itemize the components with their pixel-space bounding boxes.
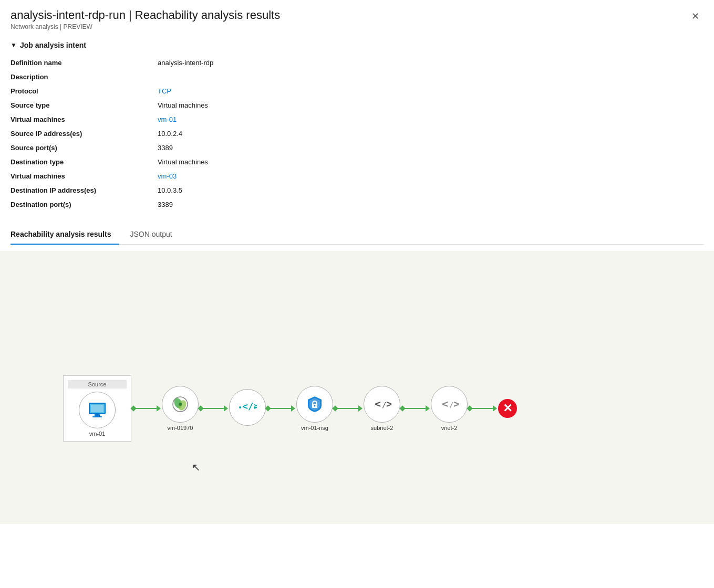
label-definition-name: Definition name [11,56,158,70]
value-dest-type: Virtual machines [158,155,703,169]
vnet-icon: < / > [440,395,459,414]
value-dest-port: 3389 [158,197,703,212]
svg-text:>: > [453,397,459,410]
node-subnet-wrap: < / > subnet-2 [364,386,400,431]
value-definition-name: analysis-intent-rdp [158,56,703,70]
job-analysis-toggle[interactable]: ▼ Job analysis intent [11,41,703,49]
value-source-ip: 10.0.2.4 [158,127,703,141]
toggle-arrow-icon: ▼ [11,41,17,49]
connector-2 [200,405,228,412]
error-icon[interactable]: ✕ [498,399,517,418]
node-nsg[interactable] [296,386,333,423]
value-protocol[interactable]: TCP [158,84,703,98]
label-protocol: Protocol [11,84,158,98]
connector-3 [267,405,295,412]
page-title: analysis-intent-rdp-run | Reachability a… [11,8,280,22]
nsg-icon [305,394,325,414]
connector-4 [334,405,363,412]
svg-text:</>: </> [242,401,257,412]
source-box: Source vm-01 [63,375,131,442]
info-grid: Definition name analysis-intent-rdp Desc… [11,56,703,212]
connector-5 [401,405,430,412]
value-source-type: Virtual machines [158,98,703,112]
close-button[interactable]: ✕ [687,8,703,24]
label-nsg: vm-01-nsg [301,425,328,431]
label-source-type: Source type [11,98,158,112]
node-vnet[interactable]: < / > [431,386,468,423]
value-dest-ip: 10.0.3.5 [158,183,703,197]
node-settings[interactable]: </> [229,389,266,426]
label-vm-01970: vm-01970 [168,425,193,431]
node-vnet-wrap: < / > vnet-2 [431,386,468,431]
node-error-wrap: ✕ [498,399,517,418]
diagram-area: Source vm-01 [0,251,714,524]
page-subtitle: Network analysis | PREVIEW [11,23,280,30]
tab-bar: Reachability analysis results JSON outpu… [11,224,703,245]
label-source-ip: Source IP address(es) [11,127,158,141]
subnet-icon: < / > [372,395,391,414]
vm-icon [87,402,107,418]
label-dest-type: Destination type [11,155,158,169]
node-vm-01970[interactable] [162,386,199,423]
label-description: Description [11,70,158,84]
svg-rect-3 [92,416,102,417]
svg-point-10 [239,406,241,408]
node-vm-01-wrap: vm-01 [79,392,116,437]
connector-6 [469,405,497,412]
section-title: Job analysis intent [20,41,86,49]
main-content: ▼ Job analysis intent Definition name an… [0,35,714,251]
svg-point-11 [254,406,256,408]
label-vnet: vnet-2 [441,425,458,431]
label-subnet: subnet-2 [371,425,394,431]
label-dest-ip: Destination IP address(es) [11,183,158,197]
label-vm-01: vm-01 [89,430,106,437]
tab-reachability[interactable]: Reachability analysis results [11,225,119,245]
node-vm-01970-wrap: vm-01970 [162,386,199,431]
source-label: Source [68,380,127,388]
page-header: analysis-intent-rdp-run | Reachability a… [0,0,714,35]
settings-icon: </> [238,398,257,417]
node-settings-wrap: </> [229,389,266,428]
cursor: ↖ [192,461,201,474]
label-dest-port: Destination port(s) [11,197,158,212]
svg-text:>: > [386,397,391,410]
svg-point-13 [314,405,316,407]
node-nsg-wrap: vm-01-nsg [296,386,333,431]
svg-point-8 [179,403,182,406]
node-vm-01[interactable] [79,392,116,428]
value-source-vm[interactable]: vm-01 [158,112,703,127]
value-description [158,70,703,84]
value-dest-vm[interactable]: vm-03 [158,169,703,183]
diagram-container: Source vm-01 [63,375,517,442]
label-source-port: Source port(s) [11,141,158,155]
label-source-vm: Virtual machines [11,112,158,127]
connector-1 [132,405,161,412]
label-dest-vm: Virtual machines [11,169,158,183]
svg-text:<: < [442,397,448,410]
value-source-port: 3389 [158,141,703,155]
tab-json[interactable]: JSON output [130,225,180,245]
svg-text:<: < [375,397,381,410]
node-subnet[interactable]: < / > [364,386,400,423]
svg-rect-4 [91,405,104,412]
nic-icon [170,395,191,414]
